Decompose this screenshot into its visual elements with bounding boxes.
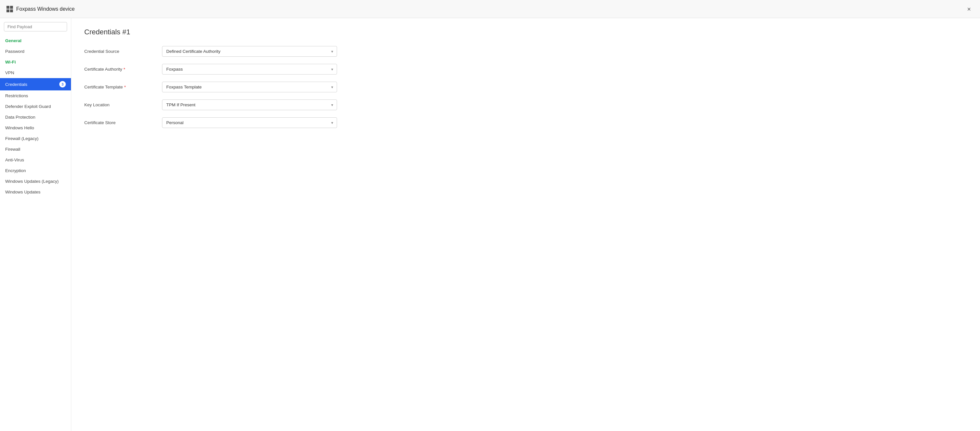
- form-label-certificate-store: Certificate Store: [84, 120, 156, 125]
- titlebar: Foxpass Windows device ×: [0, 0, 980, 18]
- form-label-certificate-template: Certificate Template *: [84, 84, 156, 90]
- sidebar-item-password[interactable]: Password: [0, 46, 71, 57]
- sidebar-nav: GeneralPasswordWi-FiVPNCredentials3Restr…: [0, 35, 71, 197]
- select-certificate-authority[interactable]: Foxpass: [162, 64, 337, 75]
- close-button[interactable]: ×: [964, 5, 974, 14]
- form-control-credential-source: Defined Certificate AuthoritySCEPManual▾: [162, 46, 337, 57]
- select-wrapper-certificate-store: PersonalMachine▾: [162, 117, 337, 128]
- sidebar: GeneralPasswordWi-FiVPNCredentials3Restr…: [0, 18, 71, 431]
- page-title: Credentials #1: [84, 28, 967, 36]
- sidebar-item-label: Windows Hello: [5, 126, 34, 130]
- form-row-certificate-authority: Certificate Authority *Foxpass▾: [84, 64, 337, 75]
- form-label-certificate-authority: Certificate Authority *: [84, 67, 156, 72]
- sidebar-item-label: Firewall: [5, 147, 21, 152]
- form-control-key-location: TPM If PresentSoftwareTPM Required▾: [162, 100, 337, 110]
- select-key-location[interactable]: TPM If PresentSoftwareTPM Required: [162, 100, 337, 110]
- search-container: [0, 22, 71, 35]
- select-certificate-template[interactable]: Foxpass Template: [162, 82, 337, 92]
- select-wrapper-key-location: TPM If PresentSoftwareTPM Required▾: [162, 100, 337, 110]
- sidebar-item-label: Encryption: [5, 168, 26, 173]
- sidebar-item-label: Restrictions: [5, 93, 28, 98]
- main-content: Credentials #1 Credential SourceDefined …: [71, 18, 980, 431]
- sidebar-item-vpn[interactable]: VPN: [0, 67, 71, 78]
- sidebar-item-label: Data Protection: [5, 115, 35, 119]
- sidebar-item-data-protection[interactable]: Data Protection: [0, 112, 71, 122]
- form-control-certificate-template: Foxpass Template▾: [162, 82, 337, 92]
- sidebar-item-anti-virus[interactable]: Anti-Virus: [0, 154, 71, 165]
- form-section: Credential SourceDefined Certificate Aut…: [84, 46, 337, 128]
- sidebar-item-firewall[interactable]: Firewall: [0, 144, 71, 154]
- sidebar-item-restrictions[interactable]: Restrictions: [0, 91, 71, 101]
- sidebar-item-label: Windows Updates: [5, 189, 40, 194]
- required-indicator: *: [124, 84, 126, 90]
- sidebar-item-windows-updates-legacy[interactable]: Windows Updates (Legacy): [0, 176, 71, 187]
- windows-icon: [6, 6, 13, 12]
- app-title: Foxpass Windows device: [16, 6, 75, 12]
- sidebar-item-label: Credentials: [5, 82, 27, 87]
- window: Foxpass Windows device × GeneralPassword…: [0, 0, 980, 431]
- titlebar-left: Foxpass Windows device: [6, 6, 75, 12]
- sidebar-item-windows-hello[interactable]: Windows Hello: [0, 122, 71, 133]
- sidebar-item-windows-updates[interactable]: Windows Updates: [0, 187, 71, 197]
- form-label-credential-source: Credential Source: [84, 49, 156, 54]
- sidebar-item-firewall-legacy[interactable]: Firewall (Legacy): [0, 133, 71, 144]
- form-row-key-location: Key LocationTPM If PresentSoftwareTPM Re…: [84, 100, 337, 110]
- select-certificate-store[interactable]: PersonalMachine: [162, 117, 337, 128]
- select-wrapper-certificate-authority: Foxpass▾: [162, 64, 337, 75]
- sidebar-item-label: General: [5, 38, 21, 43]
- sidebar-item-general[interactable]: General: [0, 35, 71, 46]
- form-control-certificate-store: PersonalMachine▾: [162, 117, 337, 128]
- content-area: GeneralPasswordWi-FiVPNCredentials3Restr…: [0, 18, 980, 431]
- sidebar-item-badge: 3: [59, 81, 66, 87]
- sidebar-item-label: Firewall (Legacy): [5, 136, 38, 141]
- search-input[interactable]: [4, 22, 67, 32]
- sidebar-item-encryption[interactable]: Encryption: [0, 165, 71, 176]
- select-wrapper-certificate-template: Foxpass Template▾: [162, 82, 337, 92]
- sidebar-item-label: VPN: [5, 70, 14, 75]
- select-credential-source[interactable]: Defined Certificate AuthoritySCEPManual: [162, 46, 337, 57]
- form-row-credential-source: Credential SourceDefined Certificate Aut…: [84, 46, 337, 57]
- sidebar-item-wifi[interactable]: Wi-Fi: [0, 57, 71, 67]
- sidebar-item-label: Defender Exploit Guard: [5, 104, 51, 109]
- form-control-certificate-authority: Foxpass▾: [162, 64, 337, 75]
- form-row-certificate-store: Certificate StorePersonalMachine▾: [84, 117, 337, 128]
- required-indicator: *: [124, 67, 125, 72]
- sidebar-item-credentials[interactable]: Credentials3: [0, 78, 71, 91]
- sidebar-item-label: Windows Updates (Legacy): [5, 179, 59, 184]
- select-wrapper-credential-source: Defined Certificate AuthoritySCEPManual▾: [162, 46, 337, 57]
- sidebar-item-label: Password: [5, 49, 24, 54]
- sidebar-item-label: Anti-Virus: [5, 157, 24, 162]
- sidebar-item-defender[interactable]: Defender Exploit Guard: [0, 101, 71, 112]
- form-label-key-location: Key Location: [84, 102, 156, 107]
- sidebar-item-label: Wi-Fi: [5, 60, 16, 65]
- form-row-certificate-template: Certificate Template *Foxpass Template▾: [84, 82, 337, 92]
